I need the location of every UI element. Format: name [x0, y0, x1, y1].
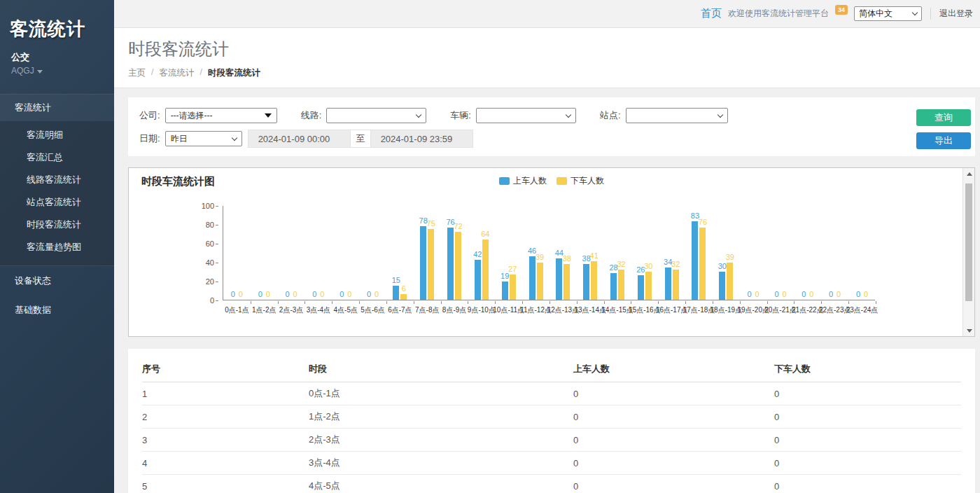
station-select[interactable] — [626, 108, 728, 123]
bar-group: 4639 — [522, 205, 550, 300]
language-value: 简体中文 — [859, 8, 892, 20]
bar[interactable] — [556, 258, 562, 300]
bar-value-label: 0 — [864, 290, 868, 298]
bar-column: 28 — [610, 263, 617, 300]
company-select[interactable]: ---请选择--- — [165, 108, 277, 123]
sidebar-subitem[interactable]: 线路客流统计 — [0, 169, 114, 191]
bar[interactable] — [400, 294, 407, 300]
bar[interactable] — [447, 228, 454, 300]
x-axis-tick — [441, 301, 442, 304]
bar[interactable] — [420, 226, 426, 300]
bar-group: 3841 — [577, 205, 604, 300]
scroll-up-icon[interactable] — [963, 168, 975, 179]
breadcrumb-current: 时段客流统计 — [208, 67, 260, 79]
table-cell: 0 — [573, 475, 774, 493]
y-axis-tick-label: 100 — [202, 202, 214, 210]
bar[interactable] — [455, 232, 461, 300]
scrollbar-thumb[interactable] — [965, 183, 972, 301]
breadcrumb-section[interactable]: 客流统计 — [159, 67, 194, 79]
sidebar-item[interactable]: 设备状态 — [0, 265, 114, 296]
sidebar-item-passenger-stats[interactable]: 客流统计 — [0, 95, 114, 121]
bar[interactable] — [692, 221, 698, 300]
sidebar-subitem[interactable]: 时段客流统计 — [0, 214, 114, 236]
content: 公司: ---请选择--- 线路: 车辆: 站点: — [114, 88, 980, 493]
bar-column: 0 — [836, 290, 842, 300]
bar-value-label: 0 — [748, 290, 752, 298]
legend-item[interactable]: 上车人数 — [499, 175, 547, 187]
table-header-row: 序号时段上车人数下车人数 — [142, 356, 961, 382]
bar[interactable] — [564, 264, 570, 300]
bar[interactable] — [645, 272, 652, 300]
date-to-input[interactable]: 2024-01-09 23:59 — [370, 130, 473, 148]
x-axis-tick-label: 1点-2点 — [252, 305, 276, 315]
date-from-input[interactable]: 2024-01-09 00:00 — [248, 130, 351, 148]
sidebar-subitem[interactable]: 客流汇总 — [0, 146, 114, 169]
bar[interactable] — [475, 260, 481, 300]
bar-value-label: 39 — [726, 253, 734, 261]
bar-column: 0 — [374, 290, 380, 300]
query-button[interactable]: 查询 — [916, 109, 971, 126]
bar[interactable] — [699, 228, 706, 300]
bar[interactable] — [610, 273, 617, 300]
user-menu[interactable]: AQGJ — [0, 64, 114, 76]
scroll-down-icon[interactable] — [963, 325, 975, 336]
bar[interactable] — [428, 229, 434, 300]
legend-item[interactable]: 下车人数 — [556, 175, 604, 187]
bar-value-label: 30 — [644, 262, 652, 270]
sidebar-menu: 客流统计 客流明细客流汇总线路客流统计站点客流统计时段客流统计客流量趋势图 设备… — [0, 94, 114, 325]
y-axis-tick-label: 40 — [206, 258, 214, 267]
bar[interactable] — [583, 264, 589, 300]
page-title: 时段客流统计 — [128, 38, 980, 60]
bar-group: 00 — [359, 205, 386, 300]
logout-link[interactable]: 退出登录 — [930, 8, 973, 20]
table-cell: 0 — [774, 452, 961, 475]
home-link[interactable]: 首页 — [701, 7, 722, 20]
bar-group: 4264 — [468, 205, 495, 300]
sidebar-subitem[interactable]: 客流明细 — [0, 124, 114, 146]
bar[interactable] — [393, 286, 399, 300]
chart-scrollbar[interactable] — [962, 168, 974, 336]
date-preset-select[interactable]: 昨日 — [165, 131, 242, 146]
bar[interactable] — [665, 268, 671, 300]
table-cell: 0 — [573, 382, 774, 405]
bar[interactable] — [618, 270, 624, 300]
breadcrumb-home[interactable]: 主页 — [128, 67, 146, 79]
language-select[interactable]: 简体中文 — [854, 6, 922, 21]
bar-column: 0 — [312, 290, 318, 300]
bar[interactable] — [719, 272, 725, 300]
bar-group: 156 — [386, 205, 414, 300]
bar-value-label: 0 — [231, 290, 235, 298]
bar[interactable] — [638, 275, 644, 300]
y-axis-tick — [216, 282, 218, 282]
table-cell: 2点-3点 — [309, 429, 573, 452]
table-row: 43点-4点00 — [142, 452, 961, 475]
bar[interactable] — [673, 270, 679, 300]
bar[interactable] — [591, 261, 597, 300]
x-axis-tick-label: 7点-8点 — [415, 305, 439, 315]
sidebar-subitem[interactable]: 客流量趋势图 — [0, 236, 114, 258]
table-cell: 3点-4点 — [309, 452, 573, 475]
bar[interactable] — [502, 282, 508, 300]
bar-column: 0 — [237, 290, 244, 300]
breadcrumb-separator: / — [151, 67, 153, 79]
bar[interactable] — [482, 239, 489, 300]
bar[interactable] — [510, 275, 516, 300]
line-select[interactable] — [326, 108, 426, 123]
export-button[interactable]: 导出 — [916, 132, 971, 149]
bar-value-label: 0 — [374, 290, 379, 298]
filter-panel: 公司: ---请选择--- 线路: 车辆: 站点: — [128, 97, 975, 156]
bar-column: 72 — [455, 222, 461, 300]
bar[interactable] — [529, 256, 536, 300]
vehicle-select[interactable] — [476, 108, 576, 123]
x-axis-tick-label: 4点-5点 — [334, 305, 358, 315]
table-cell: 0 — [774, 382, 961, 405]
sidebar-subitem[interactable]: 站点客流统计 — [0, 191, 114, 214]
sidebar-item[interactable]: 基础数据 — [0, 296, 114, 325]
table-cell: 0 — [573, 452, 774, 475]
bar[interactable] — [727, 263, 733, 300]
bar-column: 0 — [265, 290, 271, 300]
bar[interactable] — [537, 263, 543, 300]
x-axis-tick — [713, 301, 713, 304]
notification-badge[interactable]: 34 — [835, 5, 848, 15]
x-axis-tick — [332, 301, 332, 304]
